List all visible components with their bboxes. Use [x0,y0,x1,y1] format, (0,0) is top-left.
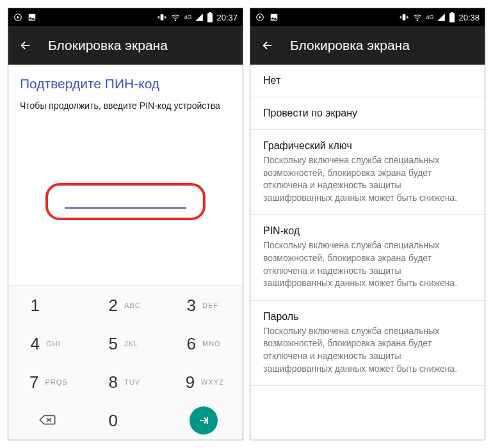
wifi-icon [170,13,181,22]
option-title: Графический ключ [263,140,472,152]
back-button[interactable] [19,38,33,52]
option-title: Нет [263,75,472,86]
image-icon [270,13,279,22]
vibrate-icon [157,13,167,22]
option-desc: Поскольку включена служба специальных во… [263,239,472,289]
battery-icon [207,12,213,22]
phone-left: 4G 20:37 Блокировка экрана Подтвердите П… [8,8,243,440]
vibrate-icon [399,13,409,22]
status-bar: 4G 20:38 [250,8,485,26]
pin-title: Подтвердите ПИН-код [20,76,231,92]
key-enter[interactable] [165,401,243,440]
phone-right: 4G 20:38 Блокировка экрана Нет Провести … [250,8,485,440]
key-2[interactable]: 2ABC [86,286,165,324]
svg-rect-4 [207,13,213,22]
key-3[interactable]: 3DEF [165,286,243,324]
option-password[interactable]: Пароль Поскольку включена служба специал… [250,301,485,386]
keypad: 1 2ABC 3DEF 4GHI 5JKL 6MNO 7PRQS 8TUV 9W… [8,285,243,440]
backspace-icon [38,413,56,428]
page-title: Блокировка экрана [48,38,168,53]
key-5[interactable]: 5JKL [86,324,165,363]
key-9[interactable]: 9WXYZ [165,363,243,401]
signal-icon [437,13,446,22]
pin-input-highlight [45,183,206,220]
image-icon [28,13,36,22]
option-title: PIN-код [263,225,472,237]
key-8[interactable]: 8TUV [86,363,165,401]
option-title: Пароль [263,311,472,323]
svg-point-9 [417,20,418,20]
status-time: 20:37 [216,13,238,22]
svg-rect-5 [209,12,211,13]
key-backspace[interactable] [8,401,86,440]
app-bar: Блокировка экрана [250,26,485,65]
svg-rect-10 [449,13,455,22]
back-button[interactable] [261,38,275,52]
option-pattern[interactable]: Графический ключ Поскольку включена служ… [250,130,485,215]
network-4g-icon: 4G [184,15,191,20]
pin-subtitle: Чтобы продолжить, введите PIN-код устрой… [20,100,231,111]
status-time: 20:38 [458,13,480,22]
key-0[interactable]: 0 [86,401,165,440]
svg-rect-11 [451,12,453,13]
svg-rect-2 [161,14,164,20]
lock-options-list: Нет Провести по экрану Графический ключ … [250,65,485,440]
play-circle-icon [255,13,264,22]
option-swipe[interactable]: Провести по экрану [250,97,485,130]
option-none[interactable]: Нет [250,65,485,97]
option-title: Провести по экрану [263,108,472,119]
option-desc: Поскольку включена служба специальных во… [263,154,472,204]
key-7[interactable]: 7PRQS [8,363,86,401]
wifi-icon [412,13,423,22]
option-pin[interactable]: PIN-код Поскольку включена служба специа… [250,215,485,300]
app-bar: Блокировка экрана [8,26,243,65]
key-1[interactable]: 1 [8,286,86,324]
page-title: Блокировка экрана [290,38,410,53]
key-4[interactable]: 4GHI [8,324,86,363]
svg-rect-8 [403,14,406,20]
network-4g-icon: 4G [426,15,433,20]
status-bar: 4G 20:37 [8,8,243,26]
signal-icon [195,13,204,22]
battery-icon [449,12,455,22]
pin-input[interactable] [65,207,186,209]
play-circle-icon [13,13,22,22]
svg-point-3 [175,20,176,20]
option-desc: Поскольку включена служба специальных во… [263,325,472,375]
enter-icon [190,406,218,435]
key-6[interactable]: 6MNO [165,324,243,363]
